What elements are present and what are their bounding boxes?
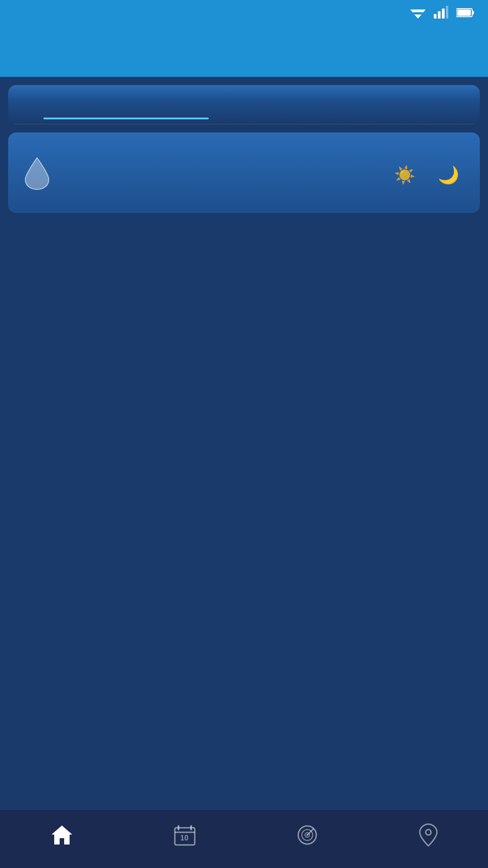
nav-calendar[interactable]: 10	[174, 824, 196, 854]
signal-icon	[434, 6, 448, 22]
svg-rect-6	[446, 6, 448, 19]
svg-rect-3	[434, 14, 436, 19]
svg-point-21	[426, 830, 431, 835]
svg-rect-5	[442, 9, 445, 19]
precip-info	[61, 175, 383, 177]
location-icon	[419, 823, 438, 852]
nav-radar[interactable]	[296, 824, 318, 854]
status-bar	[0, 0, 488, 27]
rain-drop-icon	[24, 156, 50, 197]
precip-day-night: ☀️ 🌙	[394, 165, 464, 188]
app-bar	[0, 27, 488, 77]
bottom-nav: 10	[0, 809, 488, 868]
battery-icon	[456, 6, 474, 21]
calendar-icon: 10	[174, 824, 196, 851]
radar-icon	[296, 824, 318, 851]
svg-rect-12	[178, 825, 179, 830]
tab-10days[interactable]	[8, 99, 244, 119]
precipitation-card: ☀️ 🌙	[8, 132, 480, 213]
svg-rect-13	[190, 825, 192, 830]
moon-icon: 🌙	[438, 165, 459, 185]
precip-day: ☀️	[394, 165, 420, 188]
svg-marker-2	[414, 14, 422, 19]
svg-marker-10	[52, 826, 72, 844]
svg-rect-4	[438, 11, 441, 19]
sun-icon: ☀️	[394, 165, 415, 185]
wifi-icon	[410, 6, 426, 22]
home-icon	[51, 825, 73, 850]
svg-text:10: 10	[180, 834, 188, 842]
svg-rect-8	[472, 11, 474, 14]
temperature-card	[8, 85, 480, 124]
metric-tabs	[8, 124, 480, 124]
nav-location[interactable]	[419, 823, 438, 854]
nav-today[interactable]	[51, 825, 73, 853]
view-tabs	[8, 99, 480, 119]
svg-rect-9	[457, 9, 471, 16]
precip-night: 🌙	[438, 165, 464, 188]
tab-byhour[interactable]	[244, 99, 480, 119]
temperature-title	[8, 85, 480, 99]
